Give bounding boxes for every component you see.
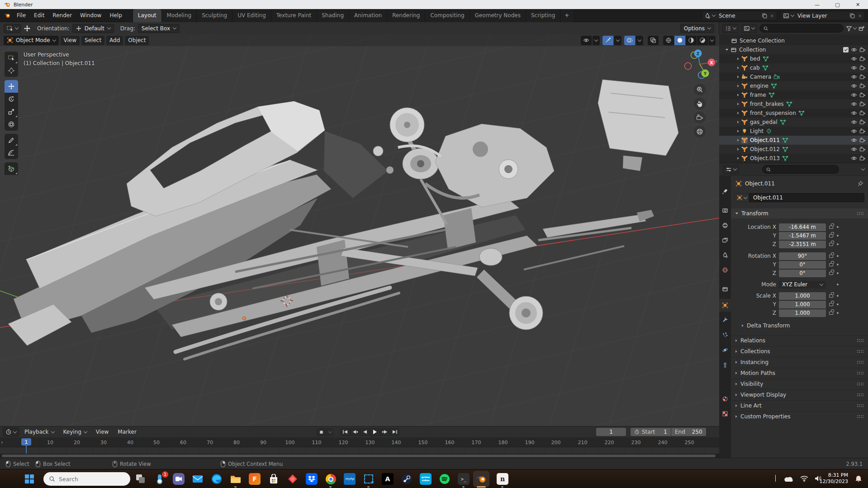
hide-eye-icon[interactable] <box>851 101 857 107</box>
location-z-field[interactable]: -2.3151 m <box>779 241 826 248</box>
tab-animation[interactable]: Animation <box>349 9 387 22</box>
menu-file[interactable]: File <box>13 9 30 22</box>
play-button[interactable] <box>370 428 379 436</box>
shading-dropdown[interactable] <box>708 36 716 45</box>
collection-checkbox[interactable] <box>843 47 849 52</box>
playhead[interactable]: 1 <box>21 438 31 445</box>
rotation-z-field[interactable]: 0° <box>779 270 826 277</box>
rotation-x-field[interactable]: 90° <box>779 252 826 260</box>
next-keyframe-button[interactable] <box>380 428 389 436</box>
tab-texture-paint[interactable]: Texture Paint <box>271 9 316 22</box>
outliner-item-object-011[interactable]: Object.011 <box>719 136 868 145</box>
section-collections[interactable]: Collections <box>731 346 868 356</box>
outliner-item-camera[interactable]: Camera <box>719 72 868 81</box>
animate-dot[interactable] <box>837 295 839 297</box>
hide-eye-icon[interactable] <box>851 65 857 71</box>
tab-compositing[interactable]: Compositing <box>425 9 469 22</box>
tab-uv-editing[interactable]: UV Editing <box>232 9 271 22</box>
animate-dot[interactable] <box>837 243 839 245</box>
widgets-weather-icon[interactable]: 1 <box>154 473 166 485</box>
visibility-dropdown[interactable] <box>593 36 600 45</box>
lock-icon[interactable] <box>829 312 833 315</box>
terminal-icon[interactable]: >_ <box>458 473 470 485</box>
ortho-perspective-button[interactable] <box>694 126 706 137</box>
lock-icon[interactable] <box>829 226 833 229</box>
onedrive-icon[interactable] <box>783 476 793 482</box>
outliner-row-collection[interactable]: Collection <box>719 45 868 54</box>
search-input[interactable] <box>59 476 118 483</box>
viewport-3d[interactable]: Object Mode View Select Add Object <box>0 34 719 426</box>
tab-scene[interactable] <box>719 249 731 261</box>
outliner-item-front-brakes[interactable]: front_brakes <box>719 99 868 109</box>
lock-icon[interactable] <box>829 263 833 266</box>
orientation-dropdown[interactable]: Default <box>72 24 114 33</box>
disable-render-icon[interactable] <box>859 110 866 116</box>
auto-keying-dropdown[interactable] <box>327 428 333 436</box>
shading-wireframe-button[interactable] <box>663 36 674 45</box>
mode-dropdown[interactable]: Object Mode <box>4 36 59 45</box>
prime-video-icon[interactable]: prime video <box>420 473 432 485</box>
menu-edit[interactable]: Edit <box>30 9 48 22</box>
new-view-layer-icon[interactable] <box>849 13 855 19</box>
outliner-item-frame[interactable]: frame <box>719 90 868 99</box>
move-widget-icon[interactable] <box>24 25 31 32</box>
hide-eye-icon[interactable] <box>851 110 857 116</box>
orientation-gizmo[interactable]: Z X Y <box>683 48 716 81</box>
tab-layout[interactable]: Layout <box>133 9 161 22</box>
camera-view-button[interactable] <box>694 112 706 123</box>
affinity-icon[interactable]: A <box>382 473 394 485</box>
disable-render-icon[interactable] <box>859 56 866 62</box>
gizmos-toggle[interactable] <box>602 36 613 45</box>
snip-tool-icon[interactable]: + <box>363 473 375 485</box>
scale-z-field[interactable]: 1.000 <box>779 309 826 317</box>
disable-render-icon[interactable] <box>859 146 866 152</box>
measure-tool[interactable] <box>5 147 18 159</box>
3d-model-truck-chassis[interactable] <box>8 80 678 359</box>
section-delta-transform[interactable]: Delta Transform <box>731 322 868 330</box>
tray-chevron-icon[interactable] <box>775 475 776 481</box>
disable-render-icon[interactable] <box>859 83 866 89</box>
location-x-field[interactable]: -16.644 m <box>779 223 826 231</box>
prev-keyframe-button[interactable] <box>350 428 360 436</box>
rotation-y-field[interactable]: 0° <box>779 261 826 269</box>
notion-icon[interactable]: n <box>497 473 508 485</box>
outliner-display-mode-dropdown[interactable] <box>722 24 739 33</box>
lock-icon[interactable] <box>829 243 833 246</box>
disable-render-icon[interactable] <box>859 47 866 53</box>
jump-to-end-button[interactable] <box>390 428 399 436</box>
view-layer-selector[interactable]: View Layer <box>781 11 865 20</box>
transform-tool[interactable] <box>5 118 18 131</box>
location-y-field[interactable]: -1.5467 m <box>779 232 826 240</box>
hide-eye-icon[interactable] <box>851 47 857 53</box>
blender-menu-icon[interactable] <box>4 12 11 19</box>
section-viewport-display[interactable]: Viewport Display <box>731 389 868 400</box>
properties-options-dropdown[interactable] <box>861 167 865 171</box>
add-cube-tool[interactable] <box>5 162 18 175</box>
fusion360-icon[interactable]: F <box>249 473 261 485</box>
tab-object-data[interactable] <box>719 374 731 386</box>
tab-modeling[interactable]: Modeling <box>161 9 197 22</box>
drag-dropdown[interactable]: Select Box <box>138 24 180 33</box>
annotate-tool[interactable] <box>5 134 18 147</box>
blender-taskbar-button[interactable] <box>473 471 489 487</box>
zoom-view-button[interactable] <box>694 84 706 95</box>
hide-eye-icon[interactable] <box>851 128 857 134</box>
disable-render-icon[interactable] <box>859 119 866 125</box>
tab-object[interactable] <box>719 299 731 312</box>
new-collection-icon[interactable] <box>859 25 865 32</box>
animate-dot[interactable] <box>837 226 839 228</box>
tab-tool[interactable] <box>719 185 731 198</box>
dropbox-icon[interactable] <box>306 473 318 485</box>
outliner-item-cab[interactable]: cab <box>719 63 868 72</box>
outliner-item-front-suspension[interactable]: front_suspension <box>719 109 868 118</box>
teams-icon[interactable] <box>173 473 185 485</box>
editor-type-dropdown[interactable] <box>3 427 19 436</box>
timeline-scroll-thumb[interactable] <box>2 455 716 457</box>
myhp-icon[interactable]: myhp <box>344 473 356 485</box>
gizmos-dropdown[interactable] <box>614 36 621 45</box>
minimize-button[interactable]: — <box>807 0 827 9</box>
tab-material[interactable] <box>719 393 731 405</box>
move-tool[interactable] <box>5 80 18 93</box>
close-button[interactable]: ✕ <box>848 0 868 9</box>
animate-dot[interactable] <box>837 255 839 257</box>
